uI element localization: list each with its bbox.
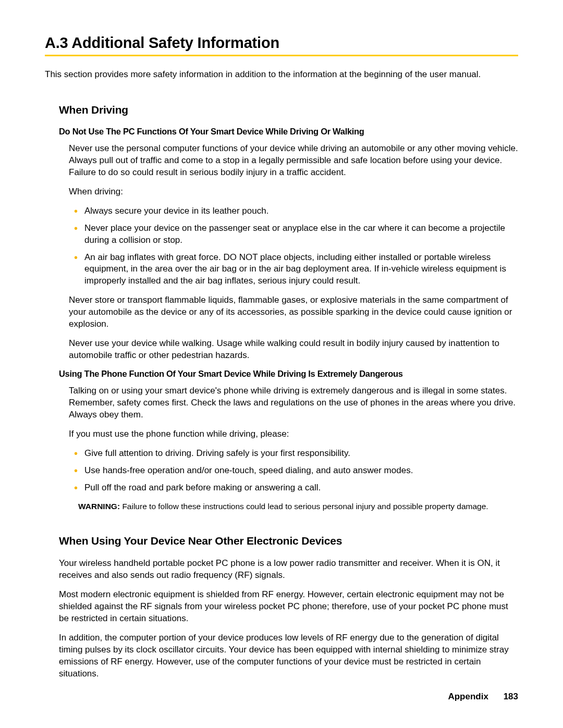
subheading-phone-function: Using The Phone Function Of Your Smart D…: [59, 369, 518, 379]
section-heading-when-driving: When Driving: [59, 104, 518, 116]
footer-section-label: Appendix: [448, 692, 488, 701]
list-item: An air bag inflates with great force. DO…: [69, 252, 518, 288]
list-item: Give full attention to driving. Driving …: [69, 448, 518, 460]
bullet-list: Give full attention to driving. Driving …: [69, 448, 518, 494]
body-paragraph: In addition, the computer portion of you…: [59, 632, 518, 680]
body-paragraph: Most modern electronic equipment is shie…: [59, 589, 518, 625]
body-paragraph: Talking on or using your smart device's …: [69, 385, 518, 421]
list-item: Always secure your device in its leather…: [69, 205, 518, 217]
section-heading-electronic-devices: When Using Your Device Near Other Electr…: [59, 535, 518, 547]
body-paragraph: When driving:: [69, 186, 518, 198]
warning-label: WARNING:: [78, 502, 120, 511]
list-item: Use hands-free operation and/or one-touc…: [69, 465, 518, 477]
body-paragraph: Never store or transport flammable liqui…: [69, 294, 518, 330]
footer-page-number: 183: [504, 692, 518, 701]
intro-paragraph: This section provides more safety inform…: [45, 69, 518, 81]
body-paragraph: Never use the personal computer function…: [69, 143, 518, 179]
subheading-pc-functions: Do Not Use The PC Functions Of Your Smar…: [59, 127, 518, 137]
body-paragraph: If you must use the phone function while…: [69, 428, 518, 440]
list-item: Never place your device on the passenger…: [69, 223, 518, 246]
bullet-list: Always secure your device in its leather…: [69, 205, 518, 288]
warning-text: Failure to follow these instructions cou…: [120, 502, 488, 511]
warning-note: WARNING: Failure to follow these instruc…: [78, 501, 518, 512]
body-paragraph: Never use your device while walking. Usa…: [69, 338, 518, 362]
list-item: Pull off the road and park before making…: [69, 482, 518, 494]
body-paragraph: Your wireless handheld portable pocket P…: [59, 558, 518, 582]
page-footer: Appendix 183: [448, 692, 518, 702]
page-title: A.3 Additional Safety Information: [45, 34, 518, 56]
